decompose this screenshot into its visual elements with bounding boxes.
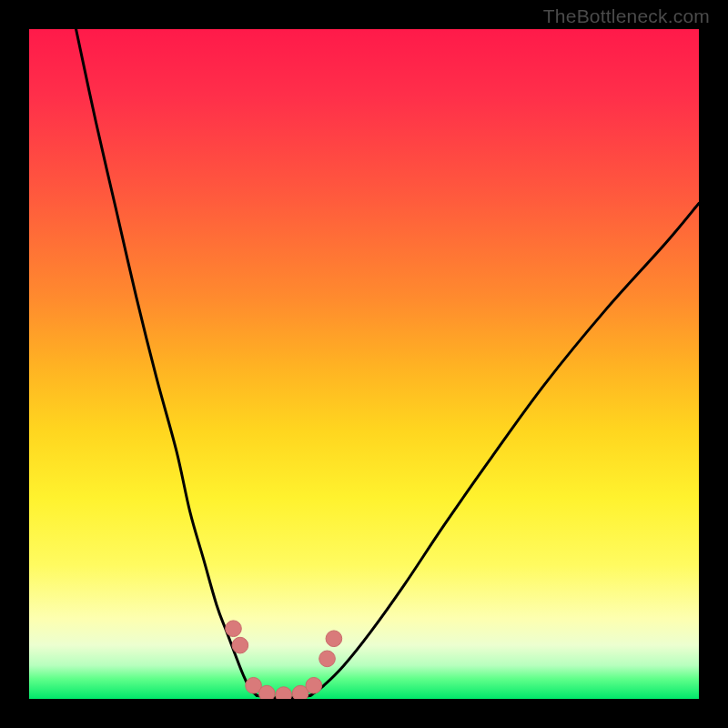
chart-svg xyxy=(29,29,699,699)
left-curve xyxy=(76,29,258,695)
watermark-text: TheBottleneck.com xyxy=(543,5,710,27)
data-marker xyxy=(276,687,292,699)
outer-frame: TheBottleneck.com xyxy=(0,0,728,728)
data-marker xyxy=(258,685,275,699)
data-marker xyxy=(319,651,336,667)
curve-layer xyxy=(76,29,699,698)
data-marker xyxy=(326,631,342,647)
right-curve xyxy=(310,203,699,695)
data-marker xyxy=(306,677,322,693)
plot-area xyxy=(29,29,699,699)
data-marker xyxy=(232,637,248,653)
marker-layer xyxy=(226,621,342,699)
data-marker xyxy=(226,621,242,637)
